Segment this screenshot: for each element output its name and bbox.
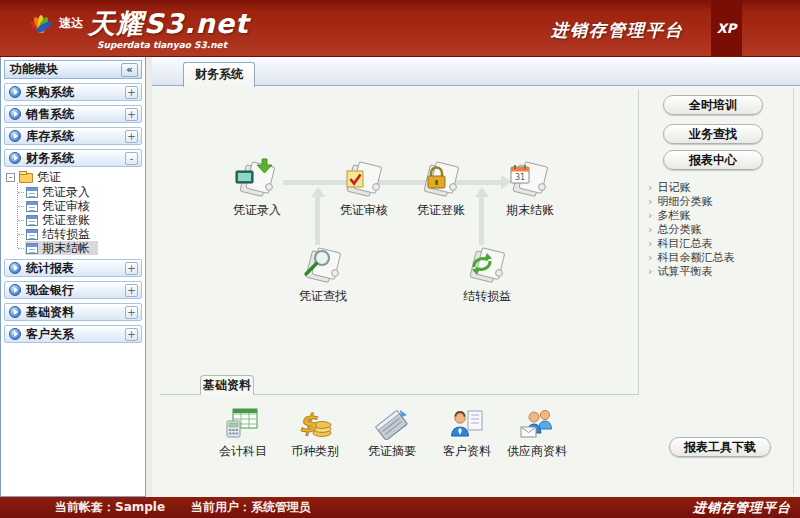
- account-subjects-icon: [225, 406, 261, 440]
- sidebar-group-inventory[interactable]: 库存系统 +: [4, 127, 142, 145]
- flow-step-label: 期末结账: [488, 202, 572, 219]
- profit-carryover-icon: [464, 244, 510, 286]
- report-link-subject-summary[interactable]: 科目汇总表: [648, 237, 734, 251]
- basics-item-account-subjects[interactable]: 会计科目: [203, 406, 283, 460]
- group-expand-button[interactable]: +: [125, 262, 138, 275]
- app-window: 速达 天耀S3.net Superdata tianyao S3.net 进销存…: [0, 0, 800, 518]
- group-expand-button[interactable]: +: [125, 328, 138, 341]
- group-label: 客户关系: [26, 326, 74, 343]
- report-link-detail-ledger[interactable]: 明细分类账: [648, 195, 734, 209]
- panel-right-border: [793, 88, 794, 494]
- form-icon: [26, 215, 38, 226]
- panel-divider-vertical: [638, 89, 639, 395]
- svg-text:31: 31: [515, 173, 525, 182]
- form-icon: [26, 243, 38, 254]
- flow-step-label: 凭证登账: [399, 202, 483, 219]
- voucher-audit-icon: [341, 158, 387, 200]
- sidebar-title-label: 功能模块: [10, 61, 58, 78]
- group-bullet-icon: [9, 328, 21, 340]
- svg-text:$: $: [299, 409, 318, 438]
- voucher-entry-icon: [234, 158, 280, 200]
- group-expand-button[interactable]: +: [125, 86, 138, 99]
- sidebar-group-purchase[interactable]: 采购系统 +: [4, 83, 142, 101]
- basics-tab[interactable]: 基础资料: [200, 375, 254, 395]
- form-icon: [26, 229, 38, 240]
- flow-arrow-vertical: [315, 197, 320, 245]
- currency-types-icon: $: [297, 406, 333, 440]
- sidebar-title: 功能模块 «: [4, 60, 142, 79]
- group-label: 统计报表: [26, 260, 74, 277]
- flow-step-voucher-post[interactable]: 凭证登账: [399, 158, 483, 219]
- basics-item-voucher-summary[interactable]: 凭证摘要: [352, 406, 432, 460]
- voucher-post-icon: [418, 158, 464, 200]
- form-icon: [26, 201, 38, 212]
- period-close-icon: 31: [507, 158, 553, 200]
- report-link-multicolumn[interactable]: 多栏账: [648, 209, 734, 223]
- report-link-balance-summary[interactable]: 科目余额汇总表: [648, 251, 734, 265]
- group-bullet-icon: [9, 86, 21, 98]
- report-link-journal[interactable]: 日记账: [648, 181, 734, 195]
- report-tool-download-button[interactable]: 报表工具下载: [669, 437, 771, 457]
- tree-expander-icon[interactable]: -: [6, 173, 15, 182]
- report-link-trial-balance[interactable]: 试算平衡表: [648, 265, 734, 279]
- folder-icon: [19, 173, 33, 183]
- group-label: 基础资料: [26, 304, 74, 321]
- report-link-general-ledger[interactable]: 总分类账: [648, 223, 734, 237]
- basics-item-label: 会计科目: [203, 443, 283, 460]
- sidebar-collapse-button[interactable]: «: [121, 63, 138, 77]
- group-expand-button[interactable]: +: [125, 108, 138, 121]
- brand-subtitle: Superdata tianyao S3.net: [97, 40, 227, 50]
- report-center-button[interactable]: 报表中心: [663, 150, 763, 170]
- group-bullet-icon: [9, 284, 21, 296]
- flow-step-voucher-search[interactable]: 凭证查找: [281, 244, 365, 305]
- customer-info-icon: [449, 406, 485, 440]
- group-bullet-icon: [9, 262, 21, 274]
- sidebar-group-crm[interactable]: 客户关系 +: [4, 325, 142, 343]
- report-link-list: 日记账 明细分类账 多栏账 总分类账 科目汇总表 科目余额汇总表 试算平衡表: [648, 181, 734, 279]
- group-bullet-icon: [9, 306, 21, 318]
- group-expand-button[interactable]: +: [125, 306, 138, 319]
- sidebar: 功能模块 « 采购系统 + 销售系统 + 库存系统 + 财务系统 - -: [0, 57, 146, 497]
- basics-item-supplier-info[interactable]: 供应商资料: [497, 406, 577, 460]
- group-collapse-button[interactable]: -: [125, 152, 138, 165]
- training-button[interactable]: 全时培训: [663, 95, 763, 115]
- status-current-user: 当前用户：系统管理员: [191, 499, 311, 516]
- flow-step-voucher-audit[interactable]: 凭证审核: [322, 158, 406, 219]
- sidebar-group-cash-bank[interactable]: 现金银行 +: [4, 281, 142, 299]
- group-label: 采购系统: [26, 84, 74, 101]
- group-label: 库存系统: [26, 128, 74, 145]
- group-expand-button[interactable]: +: [125, 284, 138, 297]
- flow-step-label: 凭证录入: [215, 202, 299, 219]
- basics-item-customer-info[interactable]: 客户资料: [427, 406, 507, 460]
- edition-badge: XP: [711, 0, 742, 57]
- sidebar-group-sales[interactable]: 销售系统 +: [4, 105, 142, 123]
- group-label: 财务系统: [26, 150, 74, 167]
- brand-main: 天耀S3.net: [88, 6, 249, 42]
- basics-item-label: 客户资料: [427, 443, 507, 460]
- group-label: 现金银行: [26, 282, 74, 299]
- sidebar-group-base-data[interactable]: 基础资料 +: [4, 303, 142, 321]
- sidebar-group-finance[interactable]: 财务系统 -: [4, 149, 142, 167]
- voucher-summary-icon: [374, 406, 410, 440]
- tab-finance-system[interactable]: 财务系统: [183, 62, 255, 87]
- flow-step-period-close[interactable]: 31 期末结账: [488, 158, 572, 219]
- basics-item-currency-types[interactable]: $ 币种类别: [275, 406, 355, 460]
- main-content: 凭证录入 凭证审核 凭证登账: [152, 86, 800, 497]
- sidebar-group-reports[interactable]: 统计报表 +: [4, 259, 142, 277]
- header-bar: 速达 天耀S3.net Superdata tianyao S3.net 进销存…: [0, 0, 800, 57]
- group-expand-button[interactable]: +: [125, 130, 138, 143]
- tree-item-period-close[interactable]: 期末结帐: [6, 241, 143, 255]
- status-bar: 当前帐套：Sample 当前用户：系统管理员 进销存管理平台: [0, 497, 800, 518]
- group-bullet-icon: [9, 108, 21, 120]
- flow-step-label: 凭证查找: [281, 288, 365, 305]
- brand-cn: 速达: [59, 15, 83, 32]
- group-bullet-icon: [9, 152, 21, 164]
- flow-step-label: 结转损益: [445, 288, 529, 305]
- flow-step-voucher-entry[interactable]: 凭证录入: [215, 158, 299, 219]
- flow-step-profit-carryover[interactable]: 结转损益: [445, 244, 529, 305]
- platform-title: 进销存管理平台: [551, 19, 684, 42]
- business-search-button[interactable]: 业务查找: [663, 124, 763, 144]
- status-platform-label: 进销存管理平台: [693, 497, 791, 518]
- form-icon: [26, 187, 38, 198]
- brand-fan-icon: [26, 11, 60, 39]
